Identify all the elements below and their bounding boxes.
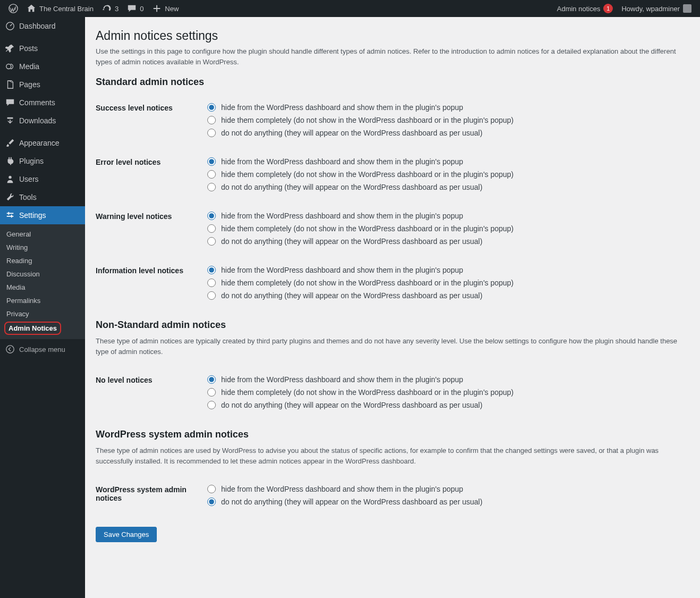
sidebar-item-plugins[interactable]: Plugins	[0, 152, 85, 170]
radio-input[interactable]	[207, 401, 216, 409]
opt-text: hide them completely (do not show in the…	[221, 224, 513, 233]
sidebar-label: Dashboard	[19, 22, 56, 30]
opt-text: hide them completely (do not show in the…	[221, 116, 513, 124]
submenu-discussion[interactable]: Discussion	[0, 267, 85, 281]
radio-input[interactable]	[207, 129, 216, 137]
sidebar-label: Plugins	[19, 157, 44, 165]
radio-input[interactable]	[207, 279, 216, 287]
nolevel-opt-nothing[interactable]: do not do anything (they will appear on …	[207, 399, 680, 411]
submenu-media[interactable]: Media	[0, 281, 85, 294]
success-opt-hideall[interactable]: hide them completely (do not show in the…	[207, 114, 680, 127]
radio-input[interactable]	[207, 485, 216, 493]
site-name-link[interactable]: The Central Brain	[22, 0, 98, 17]
warning-opt-nothing[interactable]: do not do anything (they will appear on …	[207, 235, 680, 248]
admin-bar-left: The Central Brain 3 0 New	[4, 0, 183, 17]
radio-input[interactable]	[207, 212, 216, 220]
sidebar-item-settings[interactable]: Settings	[0, 206, 85, 224]
error-opt-hideall[interactable]: hide them completely (do not show in the…	[207, 168, 680, 181]
download-icon	[5, 116, 15, 125]
heading-nonstandard: Non-Standard admin notices	[96, 319, 686, 331]
label-system: WordPress system admin notices	[96, 475, 202, 516]
heading-standard: Standard admin notices	[96, 77, 686, 88]
radio-input[interactable]	[207, 103, 216, 112]
sidebar-label: Media	[19, 62, 39, 71]
opt-text: hide from the WordPress dashboard and sh…	[221, 103, 463, 112]
info-opt-hide[interactable]: hide from the WordPress dashboard and sh…	[207, 264, 680, 276]
sidebar-label: Users	[19, 175, 39, 183]
opt-text: do not do anything (they will appear on …	[221, 498, 483, 506]
sidebar-item-comments[interactable]: Comments	[0, 94, 85, 112]
heading-system: WordPress system admin notices	[96, 429, 686, 440]
sidebar-item-posts[interactable]: Posts	[0, 39, 85, 57]
warning-opt-hide[interactable]: hide from the WordPress dashboard and sh…	[207, 209, 680, 222]
comment-icon	[5, 98, 15, 107]
radio-input[interactable]	[207, 116, 216, 124]
nolevel-opt-hideall[interactable]: hide them completely (do not show in the…	[207, 386, 680, 399]
submenu-general[interactable]: General	[0, 228, 85, 241]
admin-bar: The Central Brain 3 0 New Admin notices …	[0, 0, 700, 17]
error-opt-nothing[interactable]: do not do anything (they will appear on …	[207, 181, 680, 193]
submenu-writing[interactable]: Writing	[0, 241, 85, 254]
radio-input[interactable]	[207, 498, 216, 506]
admin-bar-right: Admin notices 1 Howdy, wpadminer	[553, 0, 696, 17]
user-menu[interactable]: Howdy, wpadminer	[617, 0, 696, 17]
success-opt-hide[interactable]: hide from the WordPress dashboard and sh…	[207, 101, 680, 114]
system-opt-hide[interactable]: hide from the WordPress dashboard and sh…	[207, 483, 680, 495]
radio-input[interactable]	[207, 237, 216, 246]
info-opt-hideall[interactable]: hide them completely (do not show in the…	[207, 276, 680, 289]
radio-input[interactable]	[207, 375, 216, 384]
label-success: Success level notices	[96, 93, 202, 147]
settings-submenu: General Writing Reading Discussion Media…	[0, 224, 85, 339]
new-link[interactable]: New	[148, 0, 183, 17]
radio-input[interactable]	[207, 183, 216, 191]
system-opt-nothing[interactable]: do not do anything (they will appear on …	[207, 495, 680, 508]
main-content: Admin notices settings Use the settings …	[85, 17, 696, 598]
site-name-text: The Central Brain	[39, 5, 94, 13]
radio-input[interactable]	[207, 291, 216, 300]
sidebar-item-dashboard[interactable]: Dashboard	[0, 17, 85, 35]
nonstandard-settings-table: No level notices hide from the WordPress…	[96, 365, 686, 419]
comments-count: 0	[140, 5, 144, 13]
admin-notices-link[interactable]: Admin notices 1	[553, 0, 618, 17]
submenu-reading[interactable]: Reading	[0, 254, 85, 267]
sidebar-label: Settings	[19, 211, 46, 220]
submenu-privacy[interactable]: Privacy	[0, 307, 85, 321]
opt-text: hide from the WordPress dashboard and sh…	[221, 485, 463, 493]
media-icon	[5, 62, 15, 71]
info-opt-nothing[interactable]: do not do anything (they will appear on …	[207, 289, 680, 302]
save-button[interactable]: Save Changes	[96, 527, 157, 542]
radio-input[interactable]	[207, 266, 216, 274]
updates-count: 3	[115, 5, 119, 13]
collapse-menu[interactable]: Collapse menu	[0, 339, 85, 359]
sidebar-item-downloads[interactable]: Downloads	[0, 112, 85, 130]
wordpress-icon	[9, 4, 18, 13]
sidebar-item-tools[interactable]: Tools	[0, 188, 85, 206]
comments-link[interactable]: 0	[123, 0, 148, 17]
radio-input[interactable]	[207, 157, 216, 166]
radio-input[interactable]	[207, 170, 216, 179]
system-settings-table: WordPress system admin notices hide from…	[96, 475, 686, 516]
sidebar-label: Pages	[19, 80, 40, 89]
wp-logo[interactable]	[4, 0, 22, 17]
home-icon	[27, 4, 36, 13]
nolevel-opt-hide[interactable]: hide from the WordPress dashboard and sh…	[207, 373, 680, 386]
sidebar-item-pages[interactable]: Pages	[0, 75, 85, 94]
sidebar-label: Posts	[19, 44, 38, 53]
error-opt-hide[interactable]: hide from the WordPress dashboard and sh…	[207, 155, 680, 168]
opt-text: do not do anything (they will appear on …	[221, 129, 483, 137]
sidebar-item-media[interactable]: Media	[0, 57, 85, 75]
radio-input[interactable]	[207, 224, 216, 233]
sidebar-label: Downloads	[19, 116, 56, 125]
sidebar-item-users[interactable]: Users	[0, 170, 85, 188]
label-nolevel: No level notices	[96, 365, 202, 419]
submenu-permalinks[interactable]: Permalinks	[0, 294, 85, 307]
notices-label: Admin notices	[557, 5, 601, 13]
updates-link[interactable]: 3	[98, 0, 123, 17]
sidebar-item-appearance[interactable]: Appearance	[0, 134, 85, 152]
standard-settings-table: Success level notices hide from the Word…	[96, 93, 686, 310]
submenu-admin-notices[interactable]: Admin Notices	[4, 322, 61, 335]
radio-input[interactable]	[207, 388, 216, 397]
opt-text: hide from the WordPress dashboard and sh…	[221, 266, 463, 274]
success-opt-nothing[interactable]: do not do anything (they will appear on …	[207, 127, 680, 139]
warning-opt-hideall[interactable]: hide them completely (do not show in the…	[207, 222, 680, 235]
